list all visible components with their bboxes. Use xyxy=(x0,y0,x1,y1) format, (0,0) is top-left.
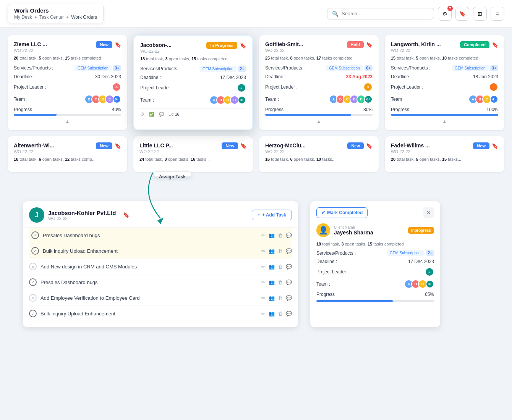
timer-icon-btn[interactable]: ⏱ xyxy=(140,112,144,116)
card-fadel[interactable]: Fadel-Willms ... WO-22-22 New 🔖 20 total… xyxy=(385,136,504,173)
check-icon-btn[interactable]: ✅ xyxy=(149,112,154,117)
task-items-list: ✓ Presales Dashboard bugs ✏ 👥 🗑 💬 ✓ Bulk… xyxy=(23,228,298,321)
bookmark-button[interactable]: 🔖 xyxy=(455,7,469,21)
progress-row: Progress 80% xyxy=(265,107,373,112)
progress-row: Progress 100% xyxy=(391,107,498,112)
assign-icon[interactable]: 👥 xyxy=(269,233,275,238)
task-check[interactable]: ✓ xyxy=(29,278,37,286)
delete-icon[interactable]: 🗑 xyxy=(278,295,283,301)
grid-view-button[interactable]: ⊞ xyxy=(473,7,487,21)
edit-icon[interactable]: ✏ xyxy=(261,248,266,254)
card-bookmark[interactable]: 🔖 xyxy=(492,42,498,48)
card-jacobson[interactable]: Jacobson-... WO-22-22 In Progress 🔖 18 t… xyxy=(133,35,253,130)
comment-icon[interactable]: 💬 xyxy=(286,264,292,270)
task-item[interactable]: ✓ Presales Dashboard bugs ✏ 👥 🗑 💬 xyxy=(29,275,292,290)
task-item[interactable]: ○ Add Employee Verification to Employee … xyxy=(29,290,292,306)
edit-icon[interactable]: ✏ xyxy=(261,295,266,301)
search-input[interactable] xyxy=(342,11,429,16)
card-bookmark[interactable]: 🔖 xyxy=(240,143,247,149)
add-task-label: + Add Task xyxy=(262,212,286,218)
breadcrumb-taskcenter[interactable]: Task Center xyxy=(39,15,64,20)
card-stats: 16 total task, 6 open tasks, 10 tasks... xyxy=(265,156,373,163)
chat-icon-btn[interactable]: 💬 xyxy=(159,112,164,117)
panel-bookmark[interactable]: 🔖 xyxy=(123,212,130,218)
card-herzog[interactable]: Herzog-McClu... WO-22-22 New 🔖 16 total … xyxy=(259,136,379,173)
task-check[interactable]: ○ xyxy=(29,294,37,302)
card-little[interactable]: Little LLC P... WO-22-22 New 🔖 24 total … xyxy=(133,136,253,173)
card-stats: 18 total task, 6 open tasks, 12 tasks co… xyxy=(14,156,121,163)
close-icon: ✕ xyxy=(426,210,431,216)
avatar: G xyxy=(363,82,373,92)
task-check[interactable]: ○ xyxy=(29,263,37,270)
mark-completed-button[interactable]: ✔ Mark Completed xyxy=(316,207,368,218)
breadcrumb: My Desk ● Task Center ● Work Orders xyxy=(14,15,97,20)
expand-button[interactable]: ▲ xyxy=(14,119,121,124)
comment-icon[interactable]: 💬 xyxy=(286,279,292,285)
card-bookmark[interactable]: 🔖 xyxy=(366,42,373,48)
card-bookmark[interactable]: 🔖 xyxy=(366,143,373,149)
card-langworth[interactable]: Langworth, Kirlin ... WO-22-22 Completed… xyxy=(385,35,504,130)
delete-icon[interactable]: 🗑 xyxy=(278,279,283,285)
progress-fill xyxy=(14,114,57,116)
list-view-button[interactable]: ≡ xyxy=(491,7,504,21)
detail-deadline: 17 Dec 2023 xyxy=(408,259,434,264)
card-gottlieb[interactable]: Gottlieb-Smit... WO-22-22 Hold 🔖 25 tota… xyxy=(259,35,379,130)
card-leader-row: Project Leader : A xyxy=(14,82,121,92)
card-title: Langworth, Kirlin ... xyxy=(391,41,441,47)
comment-icon[interactable]: 💬 xyxy=(286,311,292,317)
detail-progress-row: Progress 65% xyxy=(316,292,434,297)
expand-button[interactable]: ▲ xyxy=(391,119,498,124)
page-title: Work Orders xyxy=(14,7,97,14)
progress-row: Progress 40% xyxy=(14,107,121,112)
card-bookmark[interactable]: 🔖 xyxy=(492,143,498,149)
task-item[interactable]: ✓ Bulk inquiry Upload Enhancement ✏ 👥 🗑 … xyxy=(29,243,292,259)
deadline-value: 17 Dec 2023 xyxy=(220,75,246,80)
card-bookmark[interactable]: 🔖 xyxy=(115,143,121,149)
assign-icon[interactable]: 👥 xyxy=(269,311,275,317)
add-task-button[interactable]: + + Add Task xyxy=(252,210,292,220)
filter-button[interactable]: ⚙ 7 xyxy=(438,7,452,21)
comment-icon[interactable]: 💬 xyxy=(286,233,292,238)
comment-icon[interactable]: 💬 xyxy=(286,248,292,254)
comment-icon[interactable]: 💬 xyxy=(286,295,292,301)
task-item[interactable]: ✓ Presales Dashboard bugs ✏ 👥 🗑 💬 xyxy=(29,228,292,243)
expand-button[interactable]: ▲ xyxy=(265,119,373,124)
close-button[interactable]: ✕ xyxy=(423,207,434,218)
client-name: Jayesh Sharma xyxy=(334,229,373,236)
card-altenwerth[interactable]: Altenwerth-Wi... WO-22-22 New 🔖 18 total… xyxy=(8,136,127,173)
assign-task-tooltip[interactable]: Assign Task xyxy=(153,171,191,177)
task-check[interactable]: ✓ xyxy=(31,247,39,255)
task-item[interactable]: ○ Add New design in CRM and CMS Modules … xyxy=(29,259,292,275)
detail-progress-bar xyxy=(316,300,434,302)
card-zieme[interactable]: Zieme LLC ... WO-22-22 New 🔖 20 total ta… xyxy=(8,35,127,130)
delete-icon[interactable]: 🗑 xyxy=(278,264,283,270)
task-item[interactable]: ✓ Bulk inquiry Upload Enhancement ✏ 👥 🗑 … xyxy=(29,306,292,321)
breadcrumb-mydesk[interactable]: My Desk xyxy=(14,15,32,20)
edit-icon[interactable]: ✏ xyxy=(261,311,266,317)
card-id: WO-22-22 xyxy=(140,49,172,53)
edit-icon[interactable]: ✏ xyxy=(261,264,266,270)
assign-icon[interactable]: 👥 xyxy=(269,295,275,301)
breadcrumb-area: Work Orders My Desk ● Task Center ● Work… xyxy=(8,4,104,23)
edit-icon[interactable]: ✏ xyxy=(261,279,266,285)
deadline-value: 18 Jun 2023 xyxy=(473,74,498,79)
task-check[interactable]: ✓ xyxy=(29,310,37,317)
team-count: 5+ xyxy=(113,95,121,103)
delete-icon[interactable]: 🗑 xyxy=(278,311,283,317)
breadcrumb-workorders[interactable]: Work Orders xyxy=(71,15,97,20)
card-bookmark[interactable]: 🔖 xyxy=(240,42,246,48)
avatar: L xyxy=(489,82,498,92)
branch-icon-btn[interactable]: ⎇16 xyxy=(169,112,179,117)
delete-icon[interactable]: 🗑 xyxy=(278,248,283,254)
assign-icon[interactable]: 👥 xyxy=(269,264,275,270)
delete-icon[interactable]: 🗑 xyxy=(278,233,283,238)
task-check[interactable]: ✓ xyxy=(31,231,39,239)
cards-row1: Zieme LLC ... WO-22-22 New 🔖 20 total ta… xyxy=(8,35,504,130)
task-label: Presales Dashboard bugs xyxy=(41,279,98,285)
avatar: J xyxy=(237,83,246,92)
assign-icon[interactable]: 👥 xyxy=(269,248,275,254)
company-wo-id: WO-22-22 xyxy=(48,216,116,221)
edit-icon[interactable]: ✏ xyxy=(261,233,266,238)
assign-icon[interactable]: 👥 xyxy=(269,279,275,285)
card-bookmark[interactable]: 🔖 xyxy=(115,42,121,48)
